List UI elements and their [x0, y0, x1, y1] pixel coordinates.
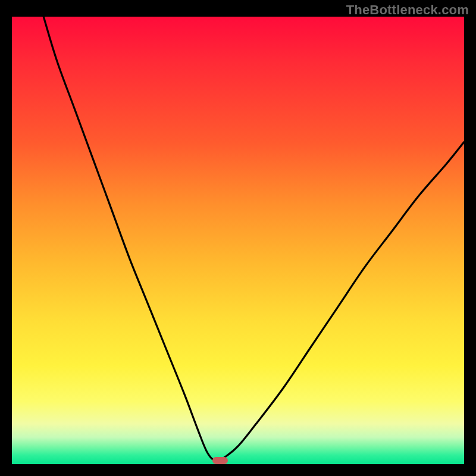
curve-svg — [12, 17, 464, 464]
chart-frame: TheBottleneck.com — [0, 0, 476, 476]
watermark-text: TheBottleneck.com — [346, 2, 469, 18]
min-marker — [212, 457, 228, 464]
bottleneck-curve-path — [43, 17, 464, 461]
plot-area — [12, 17, 464, 464]
